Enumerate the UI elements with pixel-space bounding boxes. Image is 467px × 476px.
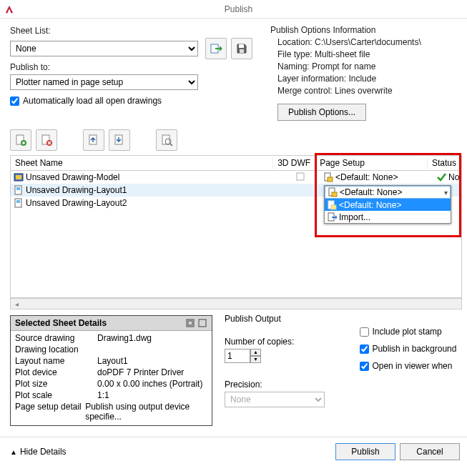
dropdown-item[interactable]: Import... [325,211,451,223]
svg-rect-13 [297,173,304,180]
auto-load-checkbox[interactable] [10,96,19,106]
publish-to-label: Publish to: [10,62,265,72]
save-icon [235,42,248,55]
preview-button[interactable] [156,129,177,151]
publish-options-button[interactable]: Publish Options... [277,104,366,121]
background-checkbox[interactable] [360,344,369,354]
header-page-setup[interactable]: Page Setup [315,157,428,169]
save-list-button[interactable] [231,38,252,59]
selected-sheet-details-panel: Selected Sheet Details Source drawingDra… [10,315,212,426]
spin-down[interactable]: ▼ [250,356,261,363]
sheet-add-icon [14,134,27,147]
publish-output-heading: Publish Output [225,314,463,324]
sheet-up-icon [87,134,100,147]
table-row[interactable]: Unsaved Drawing-Model <Default: None> No [11,171,461,184]
import-page-setup-icon [327,212,337,222]
panel-undock-icon[interactable] [185,318,195,328]
svg-rect-23 [331,205,336,209]
page-setup-icon [323,172,333,182]
sheet-import-icon [210,42,222,55]
spin-up[interactable]: ▲ [250,349,261,356]
hide-details-toggle[interactable]: ▲ Hide Details [10,447,67,457]
import-list-button[interactable] [205,38,227,59]
svg-rect-1 [239,44,244,48]
sheet-list-select[interactable]: None [10,41,198,56]
layout-sheet-icon [14,185,24,195]
header-sheet-name[interactable]: Sheet Name [11,157,273,169]
copies-label: Number of copies: [225,337,294,347]
sheet-remove-icon [40,134,53,147]
dwf-checkbox[interactable] [296,172,305,181]
page-setup-icon [327,200,337,210]
viewer-checkbox[interactable] [360,362,369,371]
layout-sheet-icon [14,198,24,208]
options-info-heading: Publish Options Information [270,25,461,35]
svg-rect-19 [16,200,20,203]
remove-sheets-button[interactable] [36,129,57,151]
model-sheet-icon [14,172,24,182]
info-layer: Layer information: Include [277,74,461,84]
info-merge: Merge control: Lines overwrite [277,86,461,96]
copies-input[interactable] [225,349,250,363]
cancel-button[interactable]: Cancel [400,443,460,460]
publish-to-select[interactable]: Plotter named in page setup [10,74,198,90]
precision-label: Precision: [225,380,463,390]
header-3d-dwf[interactable]: 3D DWF [273,157,315,169]
page-setup-dropdown[interactable]: <Default: None> ▾ <Default: None> Import… [324,185,451,224]
info-filetype: File type: Multi-sheet file [277,49,461,59]
preview-icon [160,134,173,147]
details-heading: Selected Sheet Details [15,318,107,328]
page-setup-icon [328,187,338,197]
sheet-table-header: Sheet Name 3D DWF Page Setup Status [10,155,462,171]
precision-select: None [225,392,325,407]
svg-rect-2 [240,49,244,53]
sheet-table-body[interactable]: Unsaved Drawing-Model <Default: None> No… [10,171,462,298]
sheet-list-label: Sheet List: [10,26,265,36]
move-down-button[interactable] [109,129,130,151]
dropdown-item[interactable]: <Default: None> [325,199,451,211]
move-up-button[interactable] [83,129,104,151]
scroll-left-icon[interactable]: ◂ [11,300,22,308]
publish-button[interactable]: Publish [335,443,395,460]
triangle-up-icon: ▲ [10,448,17,456]
info-location: Location: C:\Users\Carter\documents\ [277,37,461,47]
autocad-app-icon [4,4,14,14]
panel-close-icon[interactable] [197,318,207,328]
add-sheets-button[interactable] [10,129,31,151]
horizontal-scrollbar[interactable]: ◂ [10,298,462,309]
chevron-down-icon: ▾ [444,189,448,197]
header-status[interactable]: Status [428,157,461,169]
svg-rect-26 [188,321,192,325]
sheet-down-icon [113,134,126,147]
window-title: Publish [14,4,463,14]
svg-rect-15 [328,177,333,182]
info-naming: Naming: Prompt for name [277,61,461,71]
page-setup-dropdown-selected[interactable]: <Default: None> ▾ [325,186,451,199]
titlebar: Publish [0,0,467,19]
auto-load-label: Automatically load all open drawings [23,96,162,106]
svg-rect-21 [332,192,337,197]
svg-rect-27 [199,319,206,327]
svg-rect-17 [16,187,20,190]
status-ok-icon [436,172,446,182]
plot-stamp-checkbox[interactable] [360,327,369,337]
svg-rect-12 [16,175,21,179]
